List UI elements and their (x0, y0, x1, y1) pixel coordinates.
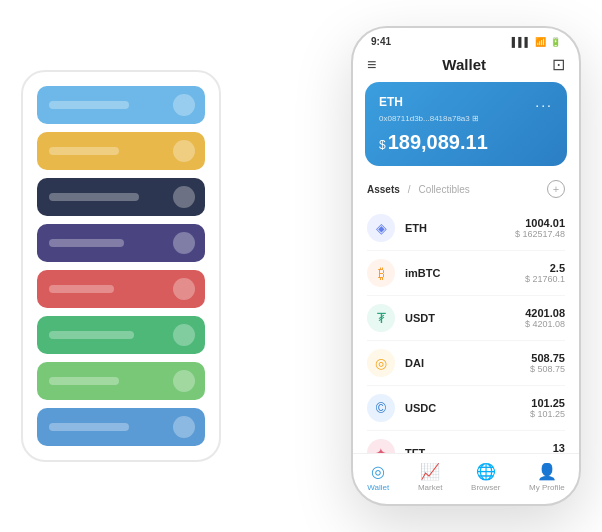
asset-value: $ 4201.08 (525, 319, 565, 329)
market-nav-icon: 📈 (420, 462, 440, 481)
assets-tabs: Assets / Collectibles (367, 184, 470, 195)
nav-label: My Profile (529, 483, 565, 492)
asset-value: $ 101.25 (530, 409, 565, 419)
nav-label: Market (418, 483, 442, 492)
eth-card-header: ETH ... (379, 94, 553, 110)
stack-card-0[interactable] (37, 86, 205, 124)
asset-amount: 13 (553, 442, 565, 453)
nav-item-market[interactable]: 📈Market (418, 462, 442, 492)
asset-value: $ 162517.48 (515, 229, 565, 239)
eth-icon: ◈ (367, 214, 395, 242)
browser-nav-icon: 🌐 (476, 462, 496, 481)
menu-icon[interactable]: ≡ (367, 56, 376, 74)
wifi-icon: 📶 (535, 37, 546, 47)
asset-name: ETH (405, 222, 515, 234)
wallet-nav-icon: ◎ (371, 462, 385, 481)
time: 9:41 (371, 36, 391, 47)
assets-header: Assets / Collectibles + (353, 176, 579, 206)
eth-address: 0x08711d3b...8418a78a3 ⊞ (379, 114, 553, 123)
nav-label: Browser (471, 483, 500, 492)
asset-value: $ 21760.1 (525, 274, 565, 284)
eth-card[interactable]: ETH ... 0x08711d3b...8418a78a3 ⊞ $189,08… (365, 82, 567, 166)
stack-card-6[interactable] (37, 362, 205, 400)
status-bar: 9:41 ▌▌▌ 📶 🔋 (353, 28, 579, 51)
asset-amount: 1004.01 (515, 217, 565, 229)
asset-value: $ 508.75 (530, 364, 565, 374)
nav-label: Wallet (367, 483, 389, 492)
eth-label: ETH (379, 95, 403, 109)
scan-icon[interactable]: ⊡ (552, 55, 565, 74)
status-icons: ▌▌▌ 📶 🔋 (512, 37, 561, 47)
stack-card-3[interactable] (37, 224, 205, 262)
header-title: Wallet (442, 56, 486, 73)
battery-icon: 🔋 (550, 37, 561, 47)
bottom-nav: ◎Wallet📈Market🌐Browser👤My Profile (353, 453, 579, 504)
usdt-icon: ₮ (367, 304, 395, 332)
currency-symbol: $ (379, 138, 386, 152)
asset-item-usdc[interactable]: ©USDC101.25$ 101.25 (367, 386, 565, 431)
nav-item-wallet[interactable]: ◎Wallet (367, 462, 389, 492)
assets-tab[interactable]: Assets (367, 184, 400, 195)
my profile-nav-icon: 👤 (537, 462, 557, 481)
phone-header: ≡ Wallet ⊡ (353, 51, 579, 82)
phone-mockup: 9:41 ▌▌▌ 📶 🔋 ≡ Wallet ⊡ ETH ... 0x08711d… (351, 26, 581, 506)
asset-item-dai[interactable]: ◎DAI508.75$ 508.75 (367, 341, 565, 386)
asset-amounts: 130 (553, 442, 565, 453)
asset-amount: 101.25 (530, 397, 565, 409)
usdc-icon: © (367, 394, 395, 422)
stack-card-4[interactable] (37, 270, 205, 308)
asset-amount: 4201.08 (525, 307, 565, 319)
asset-amounts: 1004.01$ 162517.48 (515, 217, 565, 239)
tft-icon: ✦ (367, 439, 395, 453)
nav-item-my-profile[interactable]: 👤My Profile (529, 462, 565, 492)
asset-list: ◈ETH1004.01$ 162517.48₿imBTC2.5$ 21760.1… (353, 206, 579, 453)
eth-dots[interactable]: ... (535, 94, 553, 110)
stack-card-5[interactable] (37, 316, 205, 354)
eth-balance: $189,089.11 (379, 131, 553, 154)
add-asset-button[interactable]: + (547, 180, 565, 198)
stack-card-2[interactable] (37, 178, 205, 216)
asset-item-imbtc[interactable]: ₿imBTC2.5$ 21760.1 (367, 251, 565, 296)
asset-amounts: 4201.08$ 4201.08 (525, 307, 565, 329)
dai-icon: ◎ (367, 349, 395, 377)
assets-divider: / (408, 184, 411, 195)
asset-amounts: 508.75$ 508.75 (530, 352, 565, 374)
signal-icon: ▌▌▌ (512, 37, 531, 47)
asset-amount: 2.5 (525, 262, 565, 274)
asset-name: imBTC (405, 267, 525, 279)
asset-amount: 508.75 (530, 352, 565, 364)
nav-item-browser[interactable]: 🌐Browser (471, 462, 500, 492)
asset-item-tft[interactable]: ✦TFT130 (367, 431, 565, 453)
asset-amounts: 101.25$ 101.25 (530, 397, 565, 419)
stack-card-7[interactable] (37, 408, 205, 446)
imbtc-icon: ₿ (367, 259, 395, 287)
card-stack (21, 70, 221, 462)
asset-item-eth[interactable]: ◈ETH1004.01$ 162517.48 (367, 206, 565, 251)
asset-item-usdt[interactable]: ₮USDT4201.08$ 4201.08 (367, 296, 565, 341)
scene: 9:41 ▌▌▌ 📶 🔋 ≡ Wallet ⊡ ETH ... 0x08711d… (21, 16, 581, 516)
asset-name: DAI (405, 357, 530, 369)
collectibles-tab[interactable]: Collectibles (419, 184, 470, 195)
stack-card-1[interactable] (37, 132, 205, 170)
asset-amounts: 2.5$ 21760.1 (525, 262, 565, 284)
asset-name: USDC (405, 402, 530, 414)
asset-name: USDT (405, 312, 525, 324)
